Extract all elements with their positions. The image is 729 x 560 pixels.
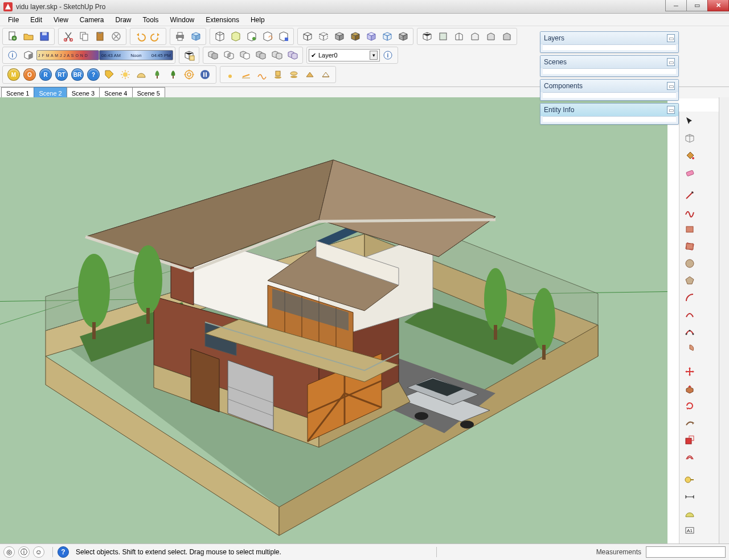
sandbox-flip-icon[interactable] bbox=[318, 68, 333, 81]
sandbox-scratch-icon[interactable] bbox=[239, 68, 253, 81]
component-reload-icon[interactable] bbox=[260, 30, 275, 43]
shadow-toggle-icon[interactable] bbox=[21, 48, 36, 62]
vray-tree1-icon[interactable] bbox=[150, 68, 165, 81]
style-backedges-icon[interactable] bbox=[396, 30, 411, 43]
2pt-arc-tool-icon[interactable] bbox=[681, 307, 698, 323]
arc-tool-icon[interactable] bbox=[681, 290, 698, 306]
style-mono-icon[interactable] bbox=[364, 30, 379, 43]
vray-m-button[interactable]: M bbox=[7, 68, 20, 81]
dimension-tool-icon[interactable] bbox=[681, 489, 698, 505]
save-file-icon[interactable] bbox=[37, 30, 52, 43]
view-right-icon[interactable] bbox=[468, 30, 482, 43]
circle-tool-icon[interactable] bbox=[681, 256, 698, 271]
paste-icon[interactable] bbox=[93, 30, 108, 43]
solid-union-icon[interactable] bbox=[206, 48, 220, 62]
vray-help-button[interactable]: ? bbox=[87, 68, 100, 81]
scene-tab-4[interactable]: Scene 4 bbox=[99, 87, 132, 98]
chevron-down-icon[interactable]: ▾ bbox=[370, 51, 378, 60]
make-group-icon[interactable] bbox=[228, 30, 243, 43]
copy-icon[interactable] bbox=[77, 30, 92, 43]
view-top-icon[interactable] bbox=[436, 30, 450, 43]
sandbox-contours-icon[interactable] bbox=[223, 68, 237, 81]
move-tool-icon[interactable] bbox=[681, 364, 698, 380]
component-saveas-icon[interactable] bbox=[276, 30, 291, 43]
style-hidden-icon[interactable] bbox=[316, 30, 331, 43]
vray-dome-icon[interactable] bbox=[134, 68, 149, 81]
view-left-icon[interactable] bbox=[499, 30, 514, 43]
solid-subtract-icon[interactable] bbox=[237, 48, 252, 62]
scene-tab-3[interactable]: Scene 3 bbox=[67, 87, 100, 98]
vray-pause-icon[interactable] bbox=[198, 68, 212, 81]
panel-collapse-icon[interactable]: ▭ bbox=[667, 34, 675, 42]
scale-tool-icon[interactable] bbox=[681, 432, 698, 448]
components-panel[interactable]: Components▭ bbox=[540, 79, 679, 101]
vray-tag-icon[interactable] bbox=[102, 68, 117, 81]
outliner-icon[interactable] bbox=[182, 48, 196, 62]
style-shaded-icon[interactable] bbox=[332, 30, 347, 43]
window-close-button[interactable]: ✕ bbox=[707, 0, 729, 11]
vray-tree2-icon[interactable] bbox=[166, 68, 181, 81]
rectangle-tool-icon[interactable] bbox=[681, 221, 698, 237]
vray-target-icon[interactable] bbox=[182, 68, 196, 81]
sandbox-smoove-icon[interactable] bbox=[255, 68, 269, 81]
style-shaded-tex-icon[interactable] bbox=[348, 30, 363, 43]
menu-draw[interactable]: Draw bbox=[110, 15, 137, 25]
menu-edit[interactable]: Edit bbox=[24, 15, 48, 25]
scenes-panel[interactable]: Scenes▭ bbox=[540, 55, 679, 77]
panel-collapse-icon[interactable]: ▭ bbox=[667, 82, 675, 90]
window-minimize-button[interactable]: ─ bbox=[665, 0, 687, 11]
measurements-input[interactable] bbox=[646, 546, 726, 558]
open-file-icon[interactable] bbox=[21, 30, 36, 43]
make-component-tool-icon[interactable] bbox=[681, 130, 698, 146]
menu-view[interactable]: View bbox=[48, 15, 74, 25]
layer-manager-icon[interactable]: i bbox=[380, 48, 395, 62]
panel-collapse-icon[interactable]: ▭ bbox=[667, 58, 675, 66]
followme-tool-icon[interactable] bbox=[681, 415, 698, 431]
new-file-icon[interactable]: + bbox=[5, 30, 20, 43]
offset-tool-icon[interactable] bbox=[681, 449, 698, 465]
scene-tab-1[interactable]: Scene 1 bbox=[1, 87, 34, 98]
solid-outer-icon[interactable] bbox=[285, 48, 300, 62]
sandbox-stamp-icon[interactable] bbox=[271, 68, 285, 81]
menu-window[interactable]: Window bbox=[165, 15, 200, 25]
sandbox-detail-icon[interactable] bbox=[302, 68, 317, 81]
cut-icon[interactable] bbox=[61, 30, 76, 43]
menu-help[interactable]: Help bbox=[245, 15, 271, 25]
vray-r-button[interactable]: R bbox=[39, 68, 52, 81]
line-tool-icon[interactable] bbox=[681, 187, 698, 203]
model-info-icon[interactable] bbox=[189, 30, 203, 43]
shadow-time-slider[interactable]: 06:43 AMNoon04:45 PM bbox=[99, 50, 173, 60]
pie-tool-icon[interactable] bbox=[681, 341, 698, 357]
solid-split-icon[interactable] bbox=[269, 48, 284, 62]
model-viewport[interactable] bbox=[0, 97, 667, 543]
viewport-scrollbar[interactable] bbox=[719, 97, 729, 543]
vray-rt-button[interactable]: RT bbox=[55, 68, 68, 81]
redo-icon[interactable] bbox=[149, 30, 163, 43]
delete-icon[interactable] bbox=[109, 30, 124, 43]
layer-dropdown[interactable]: ✔ Layer0 ▾ bbox=[309, 49, 380, 61]
view-back-icon[interactable] bbox=[484, 30, 498, 43]
vray-o-button[interactable]: O bbox=[23, 68, 36, 81]
scene-tab-5[interactable]: Scene 5 bbox=[132, 87, 165, 98]
rotated-rect-tool-icon[interactable] bbox=[681, 238, 698, 254]
component-edit-icon[interactable] bbox=[244, 30, 259, 43]
text-tool-icon[interactable]: A1 bbox=[681, 523, 698, 539]
solid-trim-icon[interactable] bbox=[253, 48, 268, 62]
view-iso-icon[interactable] bbox=[420, 30, 435, 43]
menu-extensions[interactable]: Extensions bbox=[200, 15, 245, 25]
vray-sun-icon[interactable] bbox=[118, 68, 133, 81]
menu-file[interactable]: File bbox=[2, 15, 24, 25]
panel-collapse-icon[interactable]: ▭ bbox=[667, 106, 675, 114]
menu-camera[interactable]: Camera bbox=[74, 15, 110, 25]
style-wire-icon[interactable] bbox=[300, 30, 315, 43]
layers-panel[interactable]: Layers▭ bbox=[540, 31, 679, 53]
view-front-icon[interactable] bbox=[452, 30, 466, 43]
window-maximize-button[interactable]: ▭ bbox=[686, 0, 708, 11]
select-tool-icon[interactable] bbox=[681, 113, 698, 129]
claim-credit-icon[interactable]: ☺ bbox=[33, 546, 44, 558]
freehand-tool-icon[interactable] bbox=[681, 204, 698, 220]
geo-location-icon[interactable]: ◎ bbox=[3, 546, 15, 558]
pushpull-tool-icon[interactable] bbox=[681, 381, 698, 397]
solid-intersect-icon[interactable] bbox=[222, 48, 236, 62]
style-xray-icon[interactable] bbox=[380, 30, 395, 43]
